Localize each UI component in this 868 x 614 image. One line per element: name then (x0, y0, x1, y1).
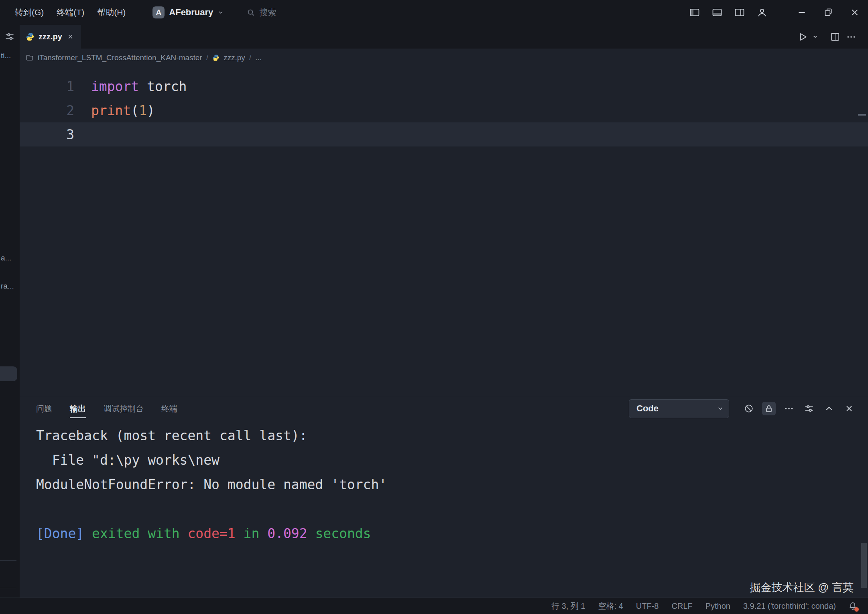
output-console[interactable]: Traceback (most recent call last): File … (20, 421, 868, 598)
tab-label: zzz.py (39, 32, 62, 41)
breadcrumb-separator: / (249, 53, 251, 62)
split-editor-icon[interactable] (829, 30, 842, 43)
profile-switcher[interactable]: A AFebruary (152, 6, 224, 18)
scrollbar[interactable] (861, 543, 867, 588)
tab-close-icon[interactable] (67, 33, 74, 40)
sidebar-item-fragment[interactable]: ti... (1, 51, 11, 60)
code-lines: 1import torch2print(1)3 (20, 74, 868, 146)
search-placeholder: 搜索 (259, 7, 276, 18)
code-line[interactable]: 1import torch (20, 74, 868, 98)
layout-sidebar-right-icon[interactable] (733, 6, 746, 19)
folder-icon (26, 54, 34, 62)
search-box[interactable]: 搜索 (246, 7, 276, 18)
chevron-up-icon[interactable] (822, 402, 836, 415)
layout-controls (688, 6, 768, 19)
clear-output-icon[interactable] (742, 402, 756, 415)
python-icon (26, 33, 35, 41)
output-done-line: [Done] exited with code=1 in 0.092 secon… (36, 521, 868, 546)
search-icon (246, 8, 255, 17)
close-panel-icon[interactable] (842, 402, 856, 415)
window-controls (789, 0, 868, 25)
editor-tab-bar: zzz.py (20, 25, 868, 49)
sidebar-divider (0, 588, 16, 588)
output-channel-select[interactable]: Code (629, 399, 729, 418)
bell-icon[interactable] (848, 601, 858, 611)
sidebar-selected-item[interactable] (0, 366, 17, 381)
menu-item[interactable]: 终端(T) (51, 4, 89, 20)
chevron-down-icon (218, 9, 224, 16)
restore-icon[interactable] (815, 0, 842, 25)
line-number: 2 (20, 103, 74, 118)
close-icon[interactable] (842, 0, 868, 25)
code-line[interactable]: 2print(1) (20, 98, 868, 122)
status-item-5[interactable]: 3.9.21 ('torchthird': conda) (743, 602, 836, 611)
notification-dot (854, 607, 859, 612)
filter-sliders-icon[interactable] (4, 31, 15, 42)
chevron-down-icon (717, 405, 724, 412)
panel-header: 问题输出调试控制台终端 Code (20, 396, 868, 421)
title-bar: 转到(G)终端(T)帮助(H) A AFebruary 搜索 (0, 0, 868, 25)
tab-zzz-py[interactable]: zzz.py (20, 25, 81, 49)
code-text: print(1) (91, 103, 155, 118)
panel-tab-output[interactable]: 输出 (70, 399, 86, 418)
output-line (36, 497, 868, 521)
run-icon[interactable] (796, 30, 809, 43)
status-items: 行 3, 列 1空格: 4UTF-8CRLFPython3.9.21 ('tor… (551, 601, 836, 612)
panel-actions: Code (629, 399, 856, 418)
line-number: 1 (20, 79, 74, 94)
layout-panel-icon[interactable] (711, 6, 724, 19)
vscode-window: 转到(G)终端(T)帮助(H) A AFebruary 搜索 (0, 0, 868, 614)
output-line: File "d:\py works\new (36, 448, 868, 472)
python-icon (212, 54, 220, 61)
panel-tab-problems[interactable]: 问题 (36, 399, 52, 418)
left-sidebar-strip[interactable]: ti...a...ra... (0, 25, 20, 598)
breadcrumb-more[interactable]: ... (255, 53, 262, 62)
menu-item[interactable]: 帮助(H) (92, 4, 131, 20)
status-item-0[interactable]: 行 3, 列 1 (551, 601, 585, 612)
output-line: Traceback (most recent call last): (36, 423, 868, 448)
minimize-icon[interactable] (789, 0, 815, 25)
minimap (858, 114, 866, 116)
lock-scroll-icon[interactable] (762, 402, 776, 415)
output-channel-value: Code (636, 403, 717, 414)
sidebar-divider (0, 560, 16, 561)
filter-sliders-icon[interactable] (802, 402, 816, 415)
output-lines: Traceback (most recent call last): File … (36, 423, 868, 546)
menu-item[interactable]: 转到(G) (10, 4, 49, 20)
watermark: 掘金技术社区 @ 言莫 (750, 580, 854, 595)
code-editor[interactable]: 1import torch2print(1)3 (20, 67, 868, 396)
status-item-2[interactable]: UTF-8 (636, 602, 659, 611)
more-actions-icon[interactable] (782, 402, 796, 415)
bottom-panel: 问题输出调试控制台终端 Code (20, 396, 868, 598)
sidebar-item-fragment[interactable]: a... (1, 254, 11, 262)
account-icon[interactable] (756, 6, 768, 19)
status-item-4[interactable]: Python (705, 602, 730, 611)
editor-actions (796, 25, 868, 49)
breadcrumb-file[interactable]: zzz.py (224, 53, 245, 62)
status-bar: 行 3, 列 1空格: 4UTF-8CRLFPython3.9.21 ('tor… (0, 598, 868, 614)
main-area: ti...a...ra... zzz.py (0, 25, 868, 598)
breadcrumb: iTansformer_LSTM_CrossAttention_KAN-mast… (20, 49, 868, 67)
breadcrumb-separator: / (206, 53, 208, 62)
code-line[interactable]: 3 (20, 122, 868, 146)
line-number: 3 (20, 127, 74, 142)
output-line: ModuleNotFoundError: No module named 'to… (36, 472, 868, 497)
profile-avatar: A (152, 6, 165, 18)
panel-tabs: 问题输出调试控制台终端 (36, 399, 177, 418)
status-item-3[interactable]: CRLF (671, 602, 692, 611)
run-dropdown-chevron-icon[interactable] (812, 34, 818, 40)
menu-bar: 转到(G)终端(T)帮助(H) (10, 4, 131, 20)
breadcrumb-folder[interactable]: iTansformer_LSTM_CrossAttention_KAN-mast… (38, 53, 202, 62)
panel-tab-terminal[interactable]: 终端 (161, 399, 177, 418)
more-actions-icon[interactable] (845, 30, 858, 43)
profile-name: AFebruary (169, 7, 213, 18)
code-text: import torch (91, 79, 187, 94)
panel-tab-debug-console[interactable]: 调试控制台 (104, 399, 144, 418)
sidebar-item-fragment[interactable]: ra... (1, 282, 14, 291)
layout-sidebar-left-icon[interactable] (688, 6, 701, 19)
status-item-1[interactable]: 空格: 4 (598, 601, 623, 612)
editor-column: zzz.py (20, 25, 868, 598)
